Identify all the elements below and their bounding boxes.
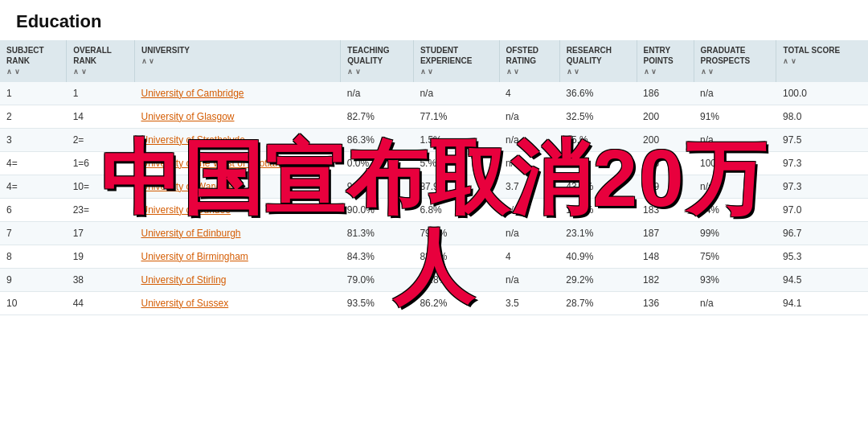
col-entry-points[interactable]: ENTRYPOINTS∧ ∨ <box>637 40 694 82</box>
col-ofsted-rating[interactable]: OFSTEDRATING∧ ∨ <box>499 40 559 82</box>
university-link[interactable]: University of Glasgow <box>141 111 234 122</box>
table-header-row: SUBJECTRANK∧ ∨ OVERALLRANK∧ ∨ UNIVERSITY… <box>0 40 868 82</box>
cell-graduate-prospects: n/a <box>694 291 776 314</box>
cell-student-experience: 79.9% <box>413 221 499 245</box>
cell-graduate-prospects: n/a <box>694 128 776 151</box>
sort-arrows-graduate: ∧ ∨ <box>701 68 714 77</box>
cell-subject-rank: 8 <box>0 245 67 268</box>
cell-total-score: 96.7 <box>776 221 868 245</box>
cell-overall-rank: 17 <box>67 221 135 245</box>
cell-ofsted-rating: n/a <box>499 151 559 175</box>
cell-student-experience: 86.2% <box>413 291 499 314</box>
cell-student-experience: n/a <box>413 82 499 105</box>
cell-graduate-prospects: 91% <box>694 105 776 128</box>
cell-research-quality: n/a <box>559 151 637 175</box>
col-total-score[interactable]: TOTAL SCORE∧ ∨ <box>776 40 868 82</box>
cell-graduate-prospects: n/a <box>694 82 776 105</box>
cell-student-experience: 6.8% <box>413 198 499 221</box>
cell-teaching-quality: 82.7% <box>341 105 414 128</box>
col-teaching-quality[interactable]: TEACHINGQUALITY∧ ∨ <box>341 40 414 82</box>
cell-teaching-quality: 84.3% <box>341 245 414 268</box>
col-graduate-prospects[interactable]: GRADUATEPROSPECTS∧ ∨ <box>694 40 776 82</box>
cell-graduate-prospects: 100% <box>694 151 776 175</box>
cell-ofsted-rating: n/a <box>499 221 559 245</box>
cell-ofsted-rating: 4 <box>499 245 559 268</box>
cell-overall-rank: 44 <box>67 291 135 314</box>
cell-entry-points: 186 <box>637 82 694 105</box>
cell-subject-rank: 9 <box>0 268 67 291</box>
cell-graduate-prospects: n/a <box>694 175 776 198</box>
cell-student-experience: 87.9% <box>413 175 499 198</box>
cell-subject-rank: 2 <box>0 105 67 128</box>
cell-teaching-quality: 0.0% <box>341 151 414 175</box>
cell-graduate-prospects: 94% <box>694 198 776 221</box>
cell-subject-rank: 1 <box>0 82 67 105</box>
cell-university: University of Sussex <box>134 291 340 314</box>
cell-total-score: 94.5 <box>776 268 868 291</box>
cell-university: University of Strathclyde <box>134 128 340 151</box>
cell-overall-rank: 2= <box>67 128 135 151</box>
cell-teaching-quality: 93.5% <box>341 291 414 314</box>
table-row: 819University of Birmingham84.3%83.7%440… <box>0 245 868 268</box>
col-research-quality[interactable]: RESEARCHQUALITY∧ ∨ <box>559 40 637 82</box>
col-subject-rank[interactable]: SUBJECTRANK∧ ∨ <box>0 40 67 82</box>
university-link[interactable]: University of Edinburgh <box>141 228 240 239</box>
cell-ofsted-rating: 4 <box>499 82 559 105</box>
cell-subject-rank: 6 <box>0 198 67 221</box>
cell-student-experience: 1.5% <box>413 128 499 151</box>
col-overall-rank[interactable]: OVERALLRANK∧ ∨ <box>67 40 135 82</box>
cell-subject-rank: 4= <box>0 175 67 198</box>
cell-subject-rank: 10 <box>0 291 67 314</box>
cell-ofsted-rating: n/a <box>499 268 559 291</box>
university-link[interactable]: University of Sussex <box>141 298 228 309</box>
cell-ofsted-rating: 3.7 <box>499 175 559 198</box>
university-link[interactable]: University of Birmingham <box>141 251 248 262</box>
table-row: 623=University of Dundee90.0%6.8%n/a11.7… <box>0 198 868 221</box>
cell-teaching-quality: 86.3% <box>341 128 414 151</box>
university-link[interactable]: University of Stirling <box>141 274 226 286</box>
cell-research-quality: 43.6% <box>559 175 637 198</box>
cell-overall-rank: 23= <box>67 198 135 221</box>
cell-entry-points: 148 <box>637 245 694 268</box>
cell-subject-rank: 7 <box>0 221 67 245</box>
cell-overall-rank: 19 <box>67 245 135 268</box>
table-row: 4=10=University of Warwick90.8%87.9%3.74… <box>0 175 868 198</box>
cell-ofsted-rating: n/a <box>499 105 559 128</box>
cell-total-score: 98.0 <box>776 105 868 128</box>
cell-total-score: 95.3 <box>776 245 868 268</box>
cell-teaching-quality: 81.3% <box>341 221 414 245</box>
university-link[interactable]: University of Strathclyde <box>141 134 244 146</box>
cell-university: University of Birmingham <box>134 245 340 268</box>
cell-overall-rank: 10= <box>67 175 135 198</box>
table-row: 1044University of Sussex93.5%86.2%3.528.… <box>0 291 868 314</box>
university-link[interactable]: University of the West of Scotland <box>141 158 285 169</box>
university-link[interactable]: University of Warwick <box>141 181 232 192</box>
cell-total-score: 97.3 <box>776 151 868 175</box>
cell-university: University of Warwick <box>134 175 340 198</box>
cell-overall-rank: 1 <box>67 82 135 105</box>
cell-research-quality: 28.7% <box>559 291 637 314</box>
cell-graduate-prospects: 75% <box>694 245 776 268</box>
university-link[interactable]: University of Cambridge <box>141 88 244 99</box>
sort-arrows-teaching: ∧ ∨ <box>347 68 361 77</box>
cell-total-score: 100.0 <box>776 82 868 105</box>
sort-arrows-total: ∧ ∨ <box>783 57 796 67</box>
cell-teaching-quality: 79.0% <box>341 268 414 291</box>
sort-arrows-ofsted: ∧ ∨ <box>506 68 520 77</box>
cell-entry-points: 136 <box>637 291 694 314</box>
cell-subject-rank: 4= <box>0 151 67 175</box>
university-link[interactable]: University of Dundee <box>141 204 230 216</box>
cell-student-experience: 5.% <box>413 151 499 175</box>
cell-ofsted-rating: n/a <box>499 128 559 151</box>
cell-overall-rank: 38 <box>67 268 135 291</box>
sort-arrows-overall: ∧ ∨ <box>73 68 87 77</box>
sort-arrows-university: ∧ ∨ <box>141 57 155 67</box>
sort-arrows-entry: ∧ ∨ <box>644 68 657 77</box>
cell-student-experience: 77.1% <box>413 105 499 128</box>
cell-research-quality: 23.1% <box>559 221 637 245</box>
cell-university: University of Cambridge <box>134 82 340 105</box>
sort-arrows-subject: ∧ ∨ <box>6 68 20 77</box>
cell-total-score: 97.0 <box>776 198 868 221</box>
col-university[interactable]: UNIVERSITY∧ ∨ <box>134 40 340 82</box>
col-student-experience[interactable]: STUDENTEXPERIENCE∧ ∨ <box>413 40 499 82</box>
